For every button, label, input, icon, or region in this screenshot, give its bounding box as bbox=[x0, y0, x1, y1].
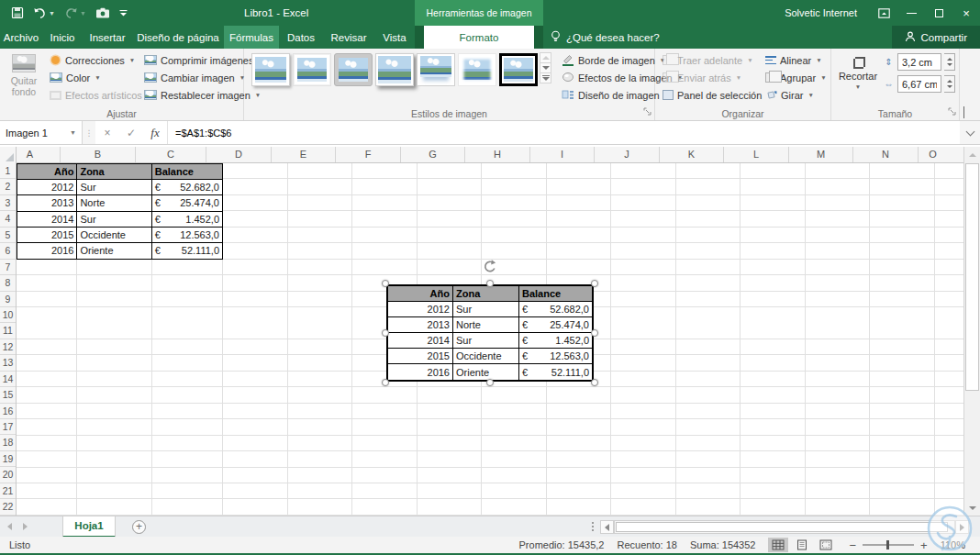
tab-scrollbar-splitter[interactable] bbox=[591, 521, 595, 533]
selection-handle-n[interactable] bbox=[486, 280, 494, 287]
tab-archivo[interactable]: Archivo bbox=[0, 26, 42, 49]
column-header[interactable]: D bbox=[206, 147, 272, 162]
header-cell-ano[interactable]: Año bbox=[17, 164, 77, 180]
tab-vista[interactable]: Vista bbox=[374, 26, 415, 49]
zoom-slider-thumb[interactable] bbox=[886, 540, 889, 549]
column-header[interactable]: O bbox=[919, 147, 947, 162]
collapse-ribbon-button[interactable] bbox=[963, 107, 973, 115]
row-number[interactable]: 16 bbox=[0, 404, 16, 419]
name-box-dropdown-icon[interactable]: ▼ bbox=[70, 129, 76, 136]
row-number[interactable]: 2 bbox=[0, 179, 16, 194]
row-number[interactable]: 17 bbox=[0, 419, 16, 435]
select-all-corner[interactable] bbox=[0, 147, 17, 163]
row-number[interactable]: 7 bbox=[0, 260, 16, 275]
alinear-button[interactable]: Alinear▼ bbox=[763, 51, 829, 69]
cell-year[interactable]: 2013 bbox=[17, 195, 77, 211]
width-input[interactable] bbox=[897, 75, 941, 93]
row-number[interactable]: 12 bbox=[0, 339, 16, 355]
row-number[interactable]: 9 bbox=[0, 292, 16, 307]
close-button[interactable]: × bbox=[952, 0, 980, 26]
sheet-tab-hoja1[interactable]: Hoja1 bbox=[62, 516, 116, 538]
minimize-button[interactable] bbox=[897, 0, 925, 26]
ribbon-display-options-icon[interactable] bbox=[870, 0, 897, 26]
cell-year[interactable]: 2015 bbox=[17, 228, 77, 243]
column-header[interactable]: K bbox=[660, 147, 724, 162]
share-button[interactable]: Compartir bbox=[892, 26, 980, 49]
color-button[interactable]: Color▼ bbox=[48, 69, 154, 86]
row-number[interactable]: 10 bbox=[0, 307, 16, 323]
row-number[interactable]: 1 bbox=[0, 163, 16, 179]
row-number[interactable]: 5 bbox=[0, 228, 16, 243]
selection-handle-nw[interactable] bbox=[382, 280, 389, 287]
undo-dropdown-icon[interactable]: ▼ bbox=[49, 10, 55, 17]
picture-style-thumbnail[interactable] bbox=[499, 53, 538, 86]
estilos-dialog-launcher-icon[interactable] bbox=[643, 106, 651, 117]
picture-style-thumbnail[interactable] bbox=[293, 53, 331, 86]
column-header[interactable]: E bbox=[272, 147, 336, 162]
column-header[interactable]: H bbox=[465, 147, 530, 162]
tamano-dialog-launcher-icon[interactable] bbox=[948, 106, 956, 117]
row-number[interactable]: 18 bbox=[0, 435, 16, 450]
row-number[interactable]: 4 bbox=[0, 211, 16, 227]
column-header[interactable]: L bbox=[724, 147, 789, 162]
rotate-handle-icon[interactable] bbox=[482, 259, 498, 277]
selection-handle-sw[interactable] bbox=[382, 379, 389, 386]
picture-style-thumbnail[interactable] bbox=[251, 53, 290, 86]
cell-balance[interactable]: € 12.563,0 bbox=[152, 228, 222, 243]
picture-frame[interactable]: Año Zona Balance 2012 Sur € 52 bbox=[386, 284, 594, 382]
selection-handle-ne[interactable] bbox=[591, 280, 598, 287]
height-spinner[interactable] bbox=[944, 53, 955, 71]
picture-style-thumbnail[interactable] bbox=[458, 53, 496, 86]
new-sheet-button[interactable]: + bbox=[132, 520, 146, 534]
height-input[interactable] bbox=[897, 53, 941, 71]
row-number[interactable]: 14 bbox=[0, 372, 16, 387]
undo-icon[interactable]: ▼ bbox=[33, 7, 55, 19]
selected-picture[interactable]: Año Zona Balance 2012 Sur € 52 bbox=[386, 284, 594, 382]
tab-formulas[interactable]: Fórmulas bbox=[224, 26, 279, 49]
row-number[interactable]: 11 bbox=[0, 323, 16, 339]
tab-insertar[interactable]: Insertar bbox=[83, 26, 132, 49]
column-header[interactable]: B bbox=[61, 147, 136, 162]
row-number[interactable]: 8 bbox=[0, 275, 16, 291]
row-number[interactable]: 19 bbox=[0, 451, 16, 467]
cell-balance[interactable]: € 52.111,0 bbox=[152, 243, 222, 259]
zoom-in-button[interactable]: + bbox=[920, 539, 928, 551]
tell-me-box[interactable]: ¿Qué desea hacer? bbox=[551, 26, 660, 49]
cell-zona[interactable]: Norte bbox=[77, 195, 151, 211]
column-header[interactable]: C bbox=[136, 147, 206, 162]
girar-button[interactable]: Girar▼ bbox=[763, 86, 829, 104]
name-box[interactable]: Imagen 1 ▼ bbox=[0, 121, 83, 144]
previous-sheet-icon[interactable] bbox=[7, 523, 12, 530]
zoom-slider[interactable] bbox=[863, 544, 914, 546]
gallery-more-button[interactable] bbox=[540, 72, 551, 83]
cell-zona[interactable]: Occidente bbox=[77, 228, 151, 243]
insert-function-icon[interactable]: fx bbox=[143, 126, 167, 140]
column-header[interactable]: J bbox=[595, 147, 660, 162]
selection-handle-w[interactable] bbox=[382, 329, 389, 337]
horizontal-scroll-thumb[interactable] bbox=[616, 522, 948, 532]
picture-style-thumbnail[interactable] bbox=[375, 53, 414, 86]
row-number[interactable]: 13 bbox=[0, 355, 16, 371]
row-number[interactable]: 20 bbox=[0, 467, 16, 483]
save-icon[interactable] bbox=[11, 6, 24, 19]
tab-datos[interactable]: Datos bbox=[279, 26, 323, 49]
scroll-up-icon[interactable] bbox=[964, 147, 980, 162]
column-header[interactable]: N bbox=[853, 147, 919, 162]
header-cell-balance[interactable]: Balance bbox=[152, 164, 222, 180]
agrupar-button[interactable]: Agrupar▼ bbox=[763, 69, 829, 86]
row-number[interactable]: 15 bbox=[0, 387, 16, 403]
camera-icon[interactable] bbox=[95, 7, 110, 18]
selection-handle-e[interactable] bbox=[591, 329, 598, 337]
page-break-view-icon[interactable] bbox=[816, 538, 836, 552]
column-header[interactable]: G bbox=[401, 147, 465, 162]
hscroll-left-icon[interactable] bbox=[600, 520, 614, 534]
cell-year[interactable]: 2016 bbox=[17, 243, 77, 259]
qat-customize-icon[interactable] bbox=[119, 9, 128, 17]
tab-revisar[interactable]: Revisar bbox=[323, 26, 374, 49]
row-number[interactable]: 6 bbox=[0, 243, 16, 259]
zoom-level[interactable]: 110% bbox=[941, 539, 965, 550]
row-number[interactable]: 21 bbox=[0, 483, 16, 499]
sheet-grid[interactable]: 1 2 3 4 5 6 7 8 9 10 11 12 bbox=[0, 163, 963, 516]
cell-zona[interactable]: Oriente bbox=[77, 243, 151, 259]
vertical-scrollbar[interactable] bbox=[963, 147, 980, 516]
